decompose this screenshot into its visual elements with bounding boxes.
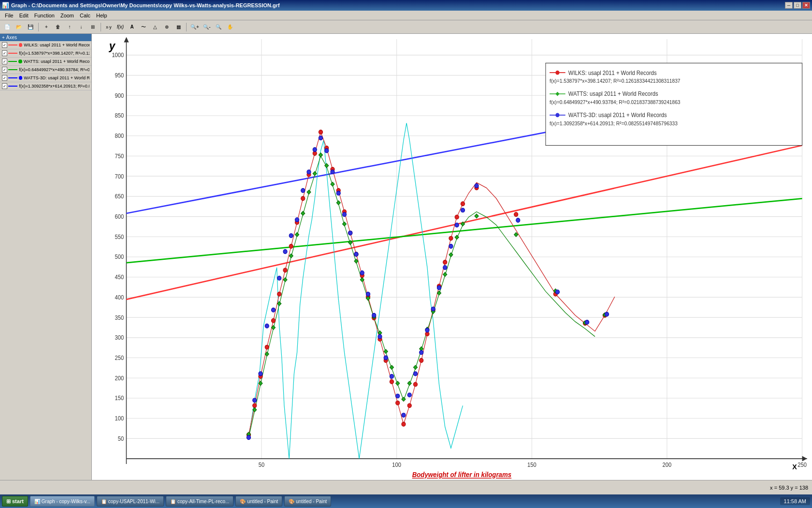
x-axis-subtitle: Bodyweight of lifter in kilograms: [412, 471, 512, 479]
graph-container[interactable]: y X: [92, 34, 812, 480]
zoom-in-button[interactable]: 🔍+: [189, 22, 201, 32]
svg-point-162: [390, 374, 393, 379]
legend-item-watts-reg[interactable]: ✓ f(x)=0.64849927*x+490.93784; R²=0.0: [0, 66, 91, 74]
menu-file[interactable]: File: [2, 12, 16, 19]
svg-point-138: [246, 435, 250, 440]
svg-point-141: [265, 324, 269, 328]
menu-function[interactable]: Function: [31, 12, 58, 19]
svg-point-151: [325, 149, 329, 153]
fit-button[interactable]: ⊞: [87, 22, 98, 32]
svg-text:750: 750: [115, 152, 124, 159]
remove-button[interactable]: 🗑: [53, 22, 63, 32]
svg-text:200: 200: [663, 461, 672, 467]
svg-point-179: [605, 312, 609, 316]
svg-text:600: 600: [115, 213, 124, 220]
zoom-fit-button[interactable]: 🔍: [213, 22, 224, 32]
menu-zoom[interactable]: Zoom: [58, 12, 77, 19]
legend-item-watts3d-scatter[interactable]: ✓ WATTS-3D: usapl 2011 + World Rec: [0, 74, 91, 82]
start-icon: ⊞: [6, 498, 11, 505]
legend-item-watts3d-reg[interactable]: ✓ f(x)=1.3092358*x+614.20913; R²=0.08: [0, 82, 91, 90]
svg-point-166: [413, 372, 417, 376]
svg-point-174: [461, 208, 464, 212]
legend-label-watts: WATTS: usapl 2011 + World Records: [24, 59, 89, 64]
svg-text:950: 950: [115, 72, 124, 78]
legend-watts3d-eq: f(x)=1.3092358*x+614.20913; R²=0.0825514…: [550, 120, 678, 126]
text-button[interactable]: A: [127, 22, 137, 32]
taskbar-right: 11:58 AM: [780, 497, 810, 505]
svg-text:550: 550: [115, 233, 124, 239]
svg-text:850: 850: [115, 112, 124, 119]
svg-point-158: [366, 292, 370, 296]
minimize-button[interactable]: ─: [785, 2, 793, 9]
legend-title: Axes: [6, 35, 17, 40]
taskbar-alltime-item[interactable]: 📋 copy-All-Time-PL-reco...: [166, 496, 233, 507]
svg-point-152: [331, 170, 334, 174]
crosshair-button[interactable]: ⊕: [161, 22, 172, 32]
grid-button[interactable]: ▦: [173, 22, 184, 32]
legend-check-watts-reg[interactable]: ✓: [2, 67, 7, 73]
svg-point-79: [396, 401, 400, 405]
window-title: Graph - C:\Documents and Settings\Owner\…: [11, 2, 785, 8]
new-button[interactable]: 📄: [2, 22, 13, 32]
legend-item-watts-scatter[interactable]: ✓ WATTS: usapl 2011 + World Records: [0, 58, 91, 66]
svg-point-157: [360, 271, 364, 275]
taskbar-usapl-item[interactable]: 📋 copy-USAPL-2011-Wi...: [97, 496, 164, 507]
xy-label-button[interactable]: x·y: [103, 22, 114, 32]
svg-text:400: 400: [115, 294, 124, 300]
svg-text:200: 200: [115, 374, 124, 381]
maximize-button[interactable]: □: [794, 2, 801, 9]
triangle-button[interactable]: △: [150, 22, 160, 32]
svg-text:1000: 1000: [112, 52, 124, 58]
usapl-taskbar-label: copy-USAPL-2011-Wi...: [108, 499, 160, 504]
start-button[interactable]: ⊞ start: [2, 496, 28, 507]
move-down-button[interactable]: ↓: [76, 22, 87, 32]
svg-point-153: [336, 191, 340, 195]
add-button[interactable]: +: [41, 22, 52, 32]
alltime-taskbar-label: copy-All-Time-PL-reco...: [177, 499, 229, 504]
menu-edit[interactable]: Edit: [16, 12, 31, 19]
pan-button[interactable]: ✋: [225, 22, 235, 32]
svg-point-90: [461, 202, 464, 206]
legend-item-wilks-scatter[interactable]: ✓ WILKS: usapl 2011 + World Records: [0, 41, 91, 49]
close-button[interactable]: ✕: [802, 2, 810, 9]
y-axis-label: y: [109, 39, 116, 52]
open-button[interactable]: 📂: [14, 22, 24, 32]
svg-text:300: 300: [115, 334, 124, 341]
svg-point-177: [555, 290, 559, 294]
legend-check-wilks-scatter[interactable]: ✓: [2, 42, 7, 48]
wave-button[interactable]: 〜: [138, 22, 149, 32]
legend-check-watts3d-reg[interactable]: ✓: [2, 83, 7, 89]
zoom-out-button[interactable]: 🔍-: [202, 22, 212, 32]
legend-wilks-eq: f(x)=1.538797*x+398.14207; R²=0.12618334…: [550, 78, 681, 84]
paint2-taskbar-label: untitled - Paint: [296, 499, 327, 504]
paint1-taskbar-icon: 🎨: [240, 499, 246, 504]
menu-calc[interactable]: Calc: [77, 12, 93, 19]
save-button[interactable]: 💾: [25, 22, 36, 32]
svg-point-156: [354, 252, 358, 256]
svg-point-149: [313, 148, 317, 152]
taskbar-paint1-item[interactable]: 🎨 untitled - Paint: [235, 496, 282, 507]
clock-display: 11:58 AM: [780, 497, 810, 505]
move-up-button[interactable]: ↑: [64, 22, 75, 32]
svg-point-92: [514, 212, 518, 217]
svg-text:50: 50: [259, 461, 265, 467]
start-label: start: [12, 498, 24, 504]
svg-point-61: [289, 244, 293, 249]
legend-item-wilks-reg[interactable]: ✓ f(x)=1.538797*x+398.14207; R²=0.126: [0, 49, 91, 58]
svg-point-165: [407, 393, 411, 397]
fx-button[interactable]: f(x): [115, 22, 126, 32]
svg-point-175: [475, 184, 478, 188]
svg-point-170: [437, 285, 441, 290]
svg-point-142: [271, 308, 275, 312]
svg-text:150: 150: [527, 461, 536, 467]
taskbar-graph-item[interactable]: 📊 Graph - copy-Wilks-v...: [30, 496, 95, 507]
legend-check-watts3d-scatter[interactable]: ✓: [2, 75, 7, 81]
menu-help[interactable]: Help: [93, 12, 110, 19]
legend-check-wilks-reg[interactable]: ✓: [2, 50, 7, 56]
legend-check-watts-scatter[interactable]: ✓: [2, 59, 7, 64]
svg-point-60: [283, 268, 287, 272]
svg-point-58: [271, 318, 275, 323]
x-axis-label: X: [792, 463, 797, 471]
taskbar-paint2-item[interactable]: 🎨 untitled - Paint: [284, 496, 331, 507]
svg-point-150: [319, 136, 322, 140]
